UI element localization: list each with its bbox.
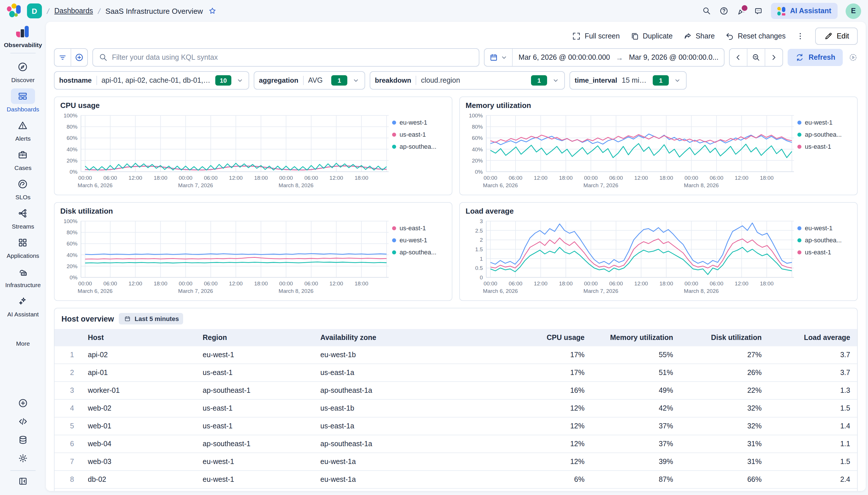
date-end[interactable]: Mar 9, 2026 @ 00:00:00.0...: [623, 53, 724, 62]
share-label: Share: [695, 32, 715, 40]
refresh-button[interactable]: Refresh: [788, 49, 843, 66]
add-integrations-icon[interactable]: [18, 398, 28, 408]
legend-item[interactable]: us-east-1: [392, 224, 445, 232]
cell: us-east-1b: [313, 399, 503, 417]
control-value: cloud.region: [421, 76, 526, 84]
sidebar-item-label: Infrastructure: [5, 281, 41, 288]
favorite-star-icon[interactable]: [208, 6, 217, 16]
time-prev-icon[interactable]: [730, 49, 747, 66]
svg-text:20%: 20%: [472, 158, 483, 164]
news-icon[interactable]: [736, 6, 746, 16]
control-time-interval[interactable]: time_interval 15 minutes 1: [570, 71, 687, 89]
add-filter-icon[interactable]: [71, 49, 87, 66]
cell: 37%: [592, 435, 680, 453]
legend-item[interactable]: ap-southea...: [797, 237, 850, 243]
reset-changes-button[interactable]: Reset changes: [725, 32, 786, 41]
svg-text:March 6, 2026: March 6, 2026: [78, 288, 112, 294]
control-count-badge: 1: [653, 75, 669, 86]
sidebar-item-cases[interactable]: Cases: [5, 147, 41, 171]
search-icon[interactable]: [702, 6, 711, 16]
memory-utilization-chart[interactable]: 0%20%40%60%80%100%00:0006:0012:0018:0000…: [466, 112, 851, 193]
table-row[interactable]: 6web-04ap-southeast-1ap-southeast-1a12%3…: [54, 435, 857, 453]
table-row[interactable]: 5web-01us-east-1us-east-1a12%37%32%1.4: [54, 417, 857, 435]
sidebar-item-alerts[interactable]: Alerts: [5, 118, 41, 142]
breadcrumb-dashboards-link[interactable]: Dashboards: [54, 7, 93, 15]
settings-gear-icon[interactable]: [18, 453, 28, 463]
filter-list-icon[interactable]: [54, 49, 71, 66]
svg-text:12:00: 12:00: [128, 175, 142, 181]
table-row[interactable]: 9db-01us-east-1us-east-1b6%86%66%2.6: [54, 489, 857, 491]
legend-item[interactable]: ap-southea...: [392, 249, 445, 256]
legend-item[interactable]: us-east-1: [392, 131, 445, 138]
table-row[interactable]: 3worker-01ap-southeast-1ap-southeast-1a1…: [54, 381, 857, 399]
full-screen-button[interactable]: Full screen: [572, 32, 620, 41]
elastic-logo-icon[interactable]: [7, 3, 22, 18]
svg-text:00:00: 00:00: [484, 175, 498, 181]
cell: 86%: [592, 489, 680, 491]
svg-text:00:00: 00:00: [79, 175, 92, 181]
time-range-badge[interactable]: Last 5 minutes: [119, 313, 183, 324]
date-start[interactable]: Mar 6, 2026 @ 00:00:00.000: [513, 53, 616, 62]
edit-button[interactable]: Edit: [815, 28, 858, 45]
table-row[interactable]: 8db-02eu-west-1eu-west-1a6%87%66%2.4: [54, 471, 857, 489]
sidebar-item-more[interactable]: More: [5, 323, 41, 347]
legend-item[interactable]: eu-west-1: [797, 224, 850, 232]
load-average-chart[interactable]: 00.511.522.5300:0006:0012:0018:0000:0006…: [466, 218, 851, 299]
svg-text:2.5: 2.5: [475, 228, 483, 234]
time-next-icon[interactable]: [765, 49, 783, 66]
legend-item[interactable]: us-east-1: [797, 249, 850, 256]
query-bar: Filter your data using KQL syntax Mar 6,…: [54, 48, 858, 67]
sidebar-item-streams[interactable]: Streams: [5, 206, 41, 230]
svg-text:0%: 0%: [70, 169, 78, 175]
help-icon[interactable]: [719, 6, 729, 16]
sidebar-item-infrastructure[interactable]: Infrastructure: [5, 264, 41, 288]
table-row[interactable]: 7web-03eu-west-1eu-west-1a12%39%31%1.5: [54, 453, 857, 471]
cell: db-02: [81, 471, 196, 489]
svg-text:1.5: 1.5: [475, 246, 483, 252]
control-aggregation[interactable]: aggregation AVG 1: [254, 71, 365, 89]
control-breakdown[interactable]: breakdown cloud.region 1: [370, 71, 565, 89]
breadcrumb-current: SaaS Infrastructure Overview: [105, 6, 203, 15]
space-avatar[interactable]: D: [27, 3, 42, 18]
cpu-usage-chart[interactable]: 0%20%40%60%80%100%00:0006:0012:0018:0000…: [60, 112, 446, 193]
legend-item[interactable]: eu-west-1: [392, 119, 445, 126]
table-row[interactable]: 1api-02eu-west-1eu-west-1b17%55%27%3.7: [54, 346, 857, 364]
legend-item[interactable]: eu-west-1: [392, 237, 445, 243]
full-screen-label: Full screen: [585, 32, 620, 40]
legend-label: us-east-1: [400, 131, 426, 138]
svg-text:March 8, 2026: March 8, 2026: [684, 288, 719, 294]
stack-management-icon[interactable]: [18, 435, 28, 445]
dev-tools-icon[interactable]: [18, 416, 28, 427]
disk-utilization-chart[interactable]: 0%20%40%60%80%100%00:0006:0012:0018:0000…: [60, 218, 446, 299]
more-options-icon[interactable]: [796, 32, 805, 41]
legend-item[interactable]: us-east-1: [797, 143, 850, 150]
svg-text:100%: 100%: [469, 113, 483, 119]
legend-item[interactable]: ap-southea...: [797, 131, 850, 138]
legend-item[interactable]: eu-west-1: [797, 119, 850, 126]
duplicate-button[interactable]: Duplicate: [630, 32, 673, 41]
auto-refresh-icon[interactable]: [849, 53, 858, 62]
svg-text:12:00: 12:00: [534, 175, 548, 181]
svg-text:00:00: 00:00: [584, 175, 598, 181]
table-row[interactable]: 2api-01us-east-1us-east-1a17%51%26%3.7: [54, 364, 857, 381]
sidebar-item-dashboards[interactable]: Dashboards: [5, 88, 41, 113]
legend-item[interactable]: ap-southea...: [392, 143, 445, 150]
panel-load-average: Load average 00.511.522.5300:0006:0012:0…: [459, 202, 858, 301]
control-hostname[interactable]: hostname api-01, api-02, cache-01, db-01…: [54, 71, 249, 89]
table-row[interactable]: 4web-02us-east-1us-east-1b12%42%32%1.5: [54, 399, 857, 417]
sidebar-item-discover[interactable]: Discover: [5, 59, 41, 83]
svg-text:12:00: 12:00: [635, 280, 648, 287]
calendar-menu-button[interactable]: [489, 53, 513, 62]
user-avatar[interactable]: E: [846, 3, 861, 19]
sidebar-item-applications[interactable]: Applications: [5, 235, 41, 259]
svg-text:00:00: 00:00: [179, 175, 193, 181]
time-zoom-out-icon[interactable]: [747, 49, 765, 66]
sidebar-item-ai-assistant[interactable]: AI Assistant: [5, 293, 41, 318]
sidebar-item-slos[interactable]: SLOs: [5, 176, 41, 200]
svg-text:18:00: 18:00: [354, 280, 368, 287]
feedback-icon[interactable]: [754, 6, 763, 16]
collapse-sidebar-icon[interactable]: [18, 476, 28, 487]
kql-search-input[interactable]: Filter your data using KQL syntax: [92, 48, 480, 67]
share-button[interactable]: Share: [683, 32, 715, 41]
ai-assistant-button[interactable]: AI Assistant: [771, 3, 837, 19]
